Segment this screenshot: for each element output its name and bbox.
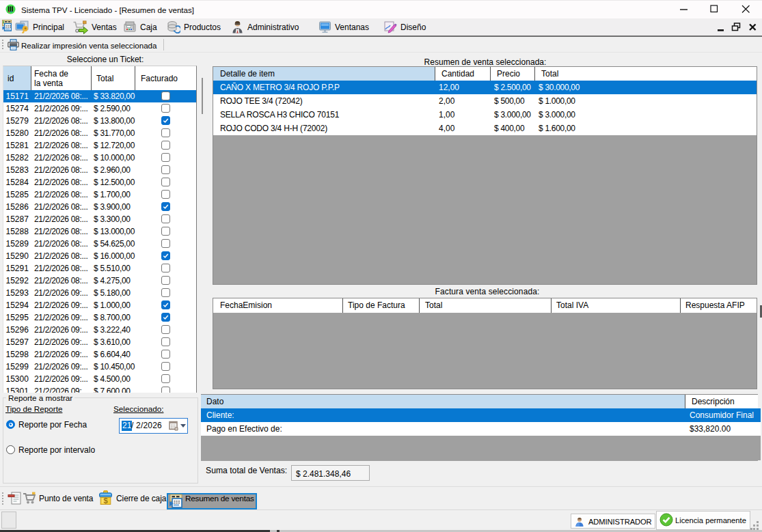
svg-text:$: $: [104, 496, 108, 505]
